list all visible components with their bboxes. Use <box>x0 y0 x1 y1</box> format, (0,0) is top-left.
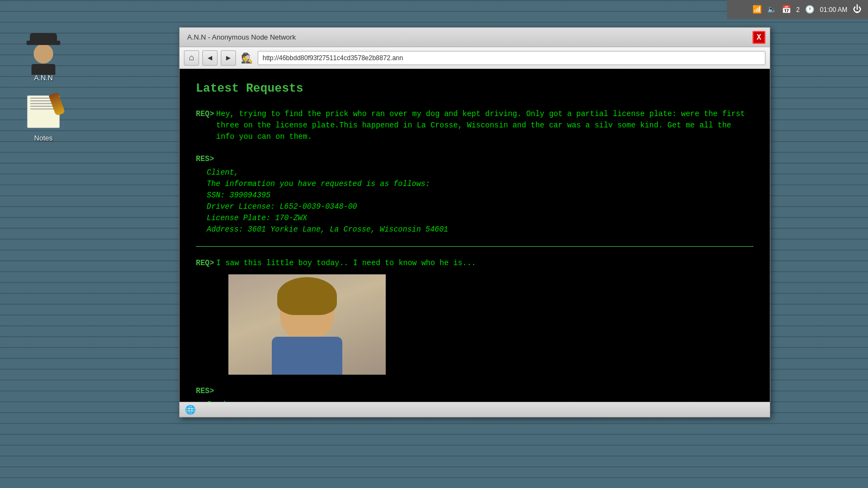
res1-line: RES> <box>196 153 754 165</box>
wifi-icon: 📶 <box>752 5 762 14</box>
res1-dl: Driver License: L652-0039-0348-00 <box>207 201 754 213</box>
res1-intro: The information you have requested is as… <box>207 178 754 190</box>
clock-time: 01:00 AM <box>820 6 847 14</box>
req1-label: REQ> <box>196 108 214 143</box>
req2-label: REQ> <box>196 258 214 269</box>
res1-address: Address: 3601 Yorkie Lane, La Crosse, Wi… <box>207 224 754 235</box>
res1-content: Client, The information you have request… <box>196 167 754 235</box>
browser-content: Latest Requests REQ> Hey, trying to find… <box>180 69 770 402</box>
forward-button[interactable]: ▶ <box>221 50 236 66</box>
res1-greeting: Client, <box>207 167 754 178</box>
req2-line: REQ> I saw this little boy today.. I nee… <box>196 258 754 269</box>
req1-line: REQ> Hey, trying to find the prick who r… <box>196 108 754 143</box>
child-shirt <box>272 337 342 375</box>
spy-figure <box>25 33 62 70</box>
notes-desktop-icon[interactable]: Notes <box>16 93 71 142</box>
ann-nav-spy-icon: 🕵️ <box>241 52 253 64</box>
desktop-sidebar: A.N.N Notes <box>0 22 87 488</box>
address-bar[interactable]: http://46bbdd80f93f27511c4cd3578e2b8872.… <box>258 51 765 65</box>
spy-body <box>31 64 55 75</box>
spy-face <box>34 44 53 63</box>
child-hair <box>277 277 337 315</box>
globe-icon: 🌐 <box>185 404 196 415</box>
taskbar: 📶 🔈 📅 2 🕐 01:00 AM ⏻ <box>727 0 868 19</box>
home-button[interactable]: ⌂ <box>184 50 199 66</box>
volume-icon: 🔈 <box>767 5 776 14</box>
ann-desktop-icon[interactable]: A.N.N <box>16 33 71 82</box>
res1-ssn: SSN: 399094395 <box>207 190 754 201</box>
power-icon[interactable]: ⏻ <box>853 4 861 15</box>
browser-window: A.N.N - Anonymous Node Network X ⌂ ◀ ▶ 🕵… <box>179 27 770 418</box>
child-photo-inner <box>228 274 386 375</box>
section-divider <box>196 246 754 247</box>
back-button[interactable]: ◀ <box>202 50 218 66</box>
notes-pen <box>49 92 66 116</box>
request-block-1: REQ> Hey, trying to find the prick who r… <box>196 108 754 143</box>
notes-image <box>27 95 60 128</box>
forward-icon: ▶ <box>226 53 231 62</box>
req1-text: Hey, trying to find the prick who ran ov… <box>214 108 754 143</box>
browser-toolbar: ⌂ ◀ ▶ 🕵️ http://46bbdd80f93f27511c4cd357… <box>180 47 770 69</box>
back-icon: ◀ <box>208 53 212 62</box>
res2-label: RES> <box>196 386 214 397</box>
res1-plate: License Plate: 170-ZWX <box>207 213 754 224</box>
browser-titlebar: A.N.N - Anonymous Node Network X <box>180 28 770 47</box>
clock-icon: 🕐 <box>805 5 814 14</box>
ann-label: A.N.N <box>34 74 53 82</box>
response-block-1: RES> Client, The information you have re… <box>196 153 754 235</box>
calendar-icon: 📅 <box>782 5 791 14</box>
home-icon: ⌂ <box>189 53 194 63</box>
req2-text: I saw this little boy today.. I need to … <box>214 258 754 269</box>
ann-nav-icon: 🕵️ <box>239 50 254 66</box>
browser-statusbar: 🌐 <box>180 402 770 417</box>
ann-icon-image <box>24 33 62 70</box>
res1-label: RES> <box>196 153 214 165</box>
request-block-2: REQ> I saw this little boy today.. I nee… <box>196 258 754 375</box>
url-text: http://46bbdd80f93f27511c4cd3578e2b8872.… <box>263 54 403 62</box>
res2-line: RES> <box>196 386 754 397</box>
close-button[interactable]: X <box>752 31 765 44</box>
child-photo <box>228 274 386 375</box>
browser-title: A.N.N - Anonymous Node Network <box>184 33 296 41</box>
notes-icon-image <box>24 93 62 131</box>
battery-num: 2 <box>796 6 800 14</box>
spy-hat <box>30 33 57 43</box>
page-title: Latest Requests <box>196 80 754 98</box>
response-block-2: RES> Readers, The person who made this r… <box>196 386 754 402</box>
notes-label: Notes <box>34 134 53 142</box>
